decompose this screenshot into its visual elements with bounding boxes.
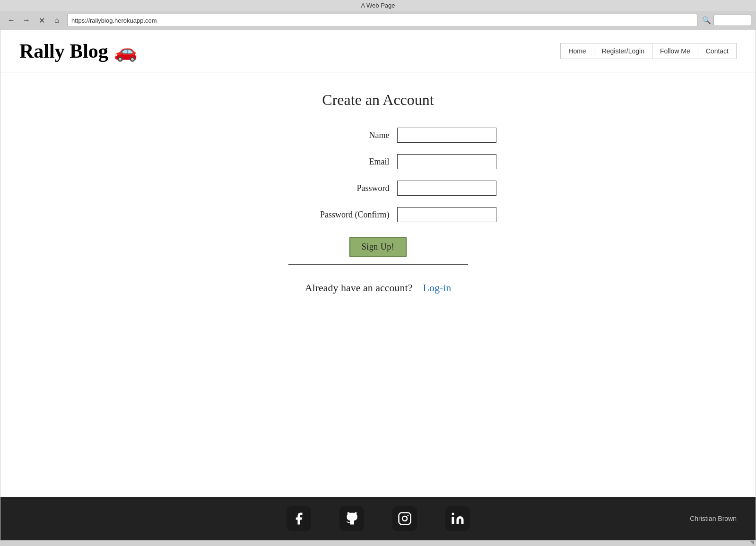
browser-toolbar: ← → ✕ ⌂ 🔍 — [0, 11, 756, 30]
svg-point-3 — [452, 513, 454, 515]
browser-search-icon: 🔍 — [701, 15, 712, 26]
home-button[interactable]: ⌂ — [50, 14, 63, 27]
site-logo: Rally Blog 🚗 — [19, 40, 138, 62]
main-content: Create an Account Name Email Password Pa… — [0, 72, 756, 497]
browser-chrome: A Web Page ← → ✕ ⌂ 🔍 — [0, 0, 756, 30]
stop-button[interactable]: ✕ — [35, 14, 48, 27]
resize-triangle — [750, 541, 754, 545]
password-input[interactable] — [397, 181, 496, 196]
address-bar[interactable] — [67, 14, 697, 27]
footer-credit: Christian Brown — [690, 515, 737, 522]
nav-home[interactable]: Home — [561, 43, 594, 59]
github-icon[interactable] — [339, 506, 364, 531]
linkedin-icon[interactable] — [445, 506, 470, 531]
login-link[interactable]: Log-in — [423, 282, 451, 294]
footer-social-icons — [19, 506, 737, 531]
email-row: Email — [260, 154, 496, 169]
nav-register-login[interactable]: Register/Login — [594, 43, 652, 59]
name-input[interactable] — [397, 128, 496, 143]
nav-contact[interactable]: Contact — [698, 43, 736, 59]
login-prompt: Already have an account? — [305, 282, 413, 294]
svg-rect-2 — [452, 517, 454, 524]
password-confirm-label: Password (Confirm) — [314, 210, 390, 220]
page-title: Create an Account — [322, 91, 434, 109]
back-button[interactable]: ← — [5, 14, 18, 27]
password-label: Password — [314, 183, 390, 193]
nav-follow-me[interactable]: Follow Me — [652, 43, 698, 59]
browser-title: A Web Page — [361, 2, 395, 9]
form-actions: Sign Up! — [260, 237, 496, 257]
email-label: Email — [314, 157, 390, 167]
section-divider — [288, 264, 468, 265]
browser-title-bar: A Web Page — [0, 0, 756, 11]
page-wrapper: Rally Blog 🚗 Home Register/Login Follow … — [0, 30, 756, 540]
car-icon: 🚗 — [114, 40, 138, 62]
svg-rect-0 — [399, 513, 410, 525]
resize-handle — [0, 540, 756, 546]
login-section: Already have an account? Log-in — [305, 282, 452, 294]
password-confirm-row: Password (Confirm) — [260, 207, 496, 222]
sign-up-button[interactable]: Sign Up! — [349, 237, 407, 257]
password-row: Password — [260, 181, 496, 196]
site-header: Rally Blog 🚗 Home Register/Login Follow … — [0, 30, 756, 72]
browser-nav-buttons: ← → ✕ ⌂ — [5, 14, 63, 27]
name-row: Name — [260, 128, 496, 143]
browser-search-area: 🔍 — [701, 15, 751, 26]
email-input[interactable] — [397, 154, 496, 169]
browser-search-input[interactable] — [713, 15, 751, 26]
instagram-icon[interactable] — [392, 506, 417, 531]
site-footer: Christian Brown — [0, 497, 756, 540]
password-confirm-input[interactable] — [397, 207, 496, 222]
forward-button[interactable]: → — [20, 14, 33, 27]
site-title: Rally Blog — [19, 40, 108, 62]
registration-form: Name Email Password Password (Confirm) S… — [260, 128, 496, 257]
facebook-icon[interactable] — [287, 506, 311, 531]
name-label: Name — [314, 130, 390, 140]
site-nav: Home Register/Login Follow Me Contact — [560, 43, 737, 59]
